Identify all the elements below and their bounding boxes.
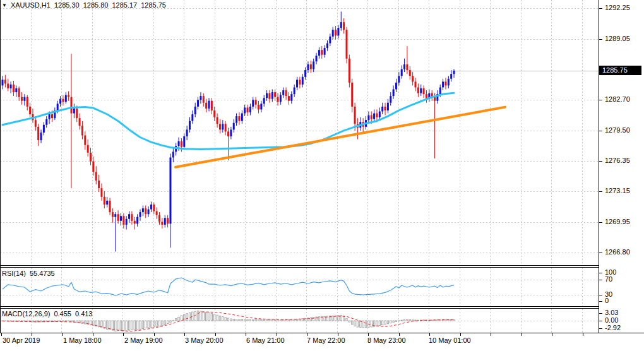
price-tick-label: 1292.25 [605,4,630,11]
main-chart-panel[interactable] [0,0,599,265]
rsi-value: 55.4735 [30,270,55,277]
rsi-tick-label: 70 [605,275,612,283]
quote-close: 1285.75 [141,1,166,9]
price-tick-mark [599,222,602,223]
time-tick-label: 3 May 20:00 [185,336,224,344]
time-tick-mark [277,333,277,336]
time-tick-label: 8 May 23:00 [367,336,406,344]
macd-value: 0.455 [54,310,71,318]
time-axis[interactable]: 30 Apr 20191 May 18:002 May 19:003 May 2… [0,333,644,351]
macd-tick-label: 3.03 [605,309,618,316]
price-tick-label: 1289.05 [605,35,630,42]
time-tick-label: 1 May 18:00 [63,336,102,344]
time-tick-mark [491,333,491,336]
time-tick-mark [399,333,400,336]
chart-header: ▼XAUUSD,H11285.301285.801285.171285.75 [2,1,170,9]
time-tick-label: 10 May 01:00 [429,336,471,344]
macd-tick-label: 0.00 [605,316,618,324]
price-tick-label: 1282.70 [605,95,630,103]
macd-tick-mark [599,321,602,321]
time-tick-mark [583,333,583,336]
time-tick-mark [123,333,124,336]
quote-open: 1285.30 [54,1,80,9]
time-tick-mark [307,333,307,336]
main-chart-svg [0,0,599,265]
rsi-tick-mark [599,273,602,273]
quote-high: 1285.80 [83,1,109,9]
price-tick-label: 1276.35 [605,157,630,164]
time-tick-mark [460,333,461,336]
rsi-label-row: RSI(14)55.4735 [2,270,59,277]
price-tick-label: 1266.80 [605,248,630,256]
price-tick-label: 1273.15 [605,187,630,194]
time-tick-label: 30 Apr 2019 [3,336,40,344]
macd-label-row: MACD(12,26,9)0.4550.413 [2,310,96,318]
time-tick-mark [522,333,522,336]
rsi-tick-mark [599,301,602,302]
rsi-indicator-label: RSI(14) [2,270,26,277]
time-tick-mark [215,333,216,336]
time-tick-mark [184,333,185,336]
time-tick-label: 6 May 21:00 [246,336,285,344]
rsi-tick-mark [599,280,602,280]
time-tick-mark [338,333,338,336]
rsi-tick-label: 0 [605,297,609,304]
time-tick-mark [32,333,32,336]
macd-tick-mark [599,328,602,329]
macd-tick-label: -2.92 [605,324,621,331]
trading-chart-window: ▼XAUUSD,H11285.301285.801285.171285.75 R… [0,0,644,351]
rsi-panel[interactable] [0,268,599,306]
time-tick-mark [368,333,369,336]
macd-signal-value: 0.413 [75,310,93,318]
time-tick-mark [93,333,93,336]
price-tick-label: 1269.95 [605,218,630,225]
time-tick-mark [429,333,430,336]
chart-left-border [0,0,1,333]
time-tick-label: 7 May 22:00 [307,336,345,344]
time-tick-mark [1,333,2,336]
price-tick-mark [599,161,602,162]
price-tick-mark [599,100,602,100]
price-tick-mark [599,8,602,9]
price-tick-label: 1279.50 [605,126,630,134]
symbol-dropdown-icon[interactable]: ▼ [2,3,7,8]
time-tick-label: 2 May 19:00 [124,336,163,344]
current-price-tag: 1285.75 [599,66,641,75]
macd-tick-mark [599,313,602,314]
macd-indicator-label: MACD(12,26,9) [2,310,50,318]
time-tick-mark [62,333,63,336]
time-tick-mark [246,333,246,336]
time-tick-mark [154,333,155,336]
price-axis[interactable]: 1285.75 1292.251289.051282.701279.501276… [599,0,644,333]
price-tick-mark [599,131,602,131]
rsi-svg [0,268,599,306]
rsi-tick-mark [599,295,602,295]
quote-low: 1285.17 [112,1,137,9]
price-tick-mark [599,253,602,253]
symbol-period-label: XAUUSD,H1 [11,1,51,9]
price-tick-mark [599,191,602,192]
time-tick-mark [552,333,552,336]
price-tick-mark [599,39,602,40]
